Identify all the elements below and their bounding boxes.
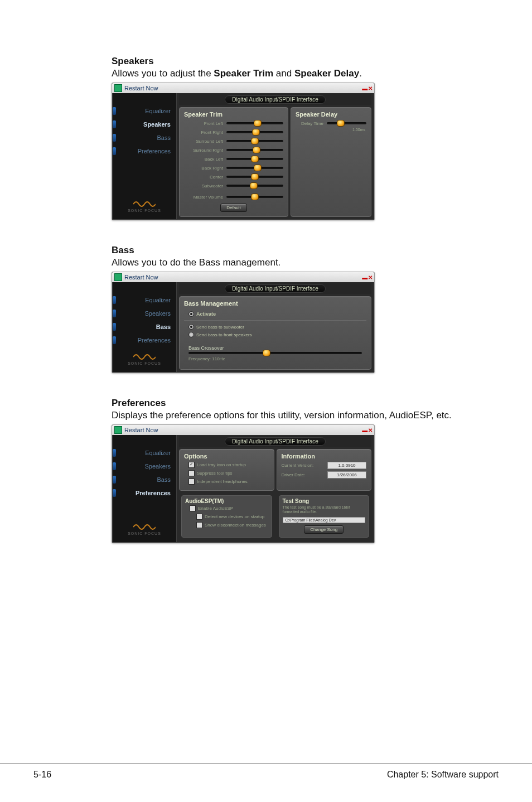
- sidebar-item-equalizer[interactable]: Equalizer: [113, 104, 176, 118]
- frequency-value: Frequency: 110Hz: [184, 355, 366, 365]
- sidebar-item-speakers[interactable]: Speakers: [113, 307, 176, 320]
- slider-delay[interactable]: [327, 122, 366, 124]
- window-titlebar: Restart Now ▬ ✕: [112, 272, 374, 282]
- desc-bold: Speaker Delay: [294, 68, 359, 79]
- slider-front-right[interactable]: [226, 131, 283, 133]
- brand-label: SONIC FOCUS: [113, 361, 176, 365]
- brand-label: SONIC FOCUS: [113, 532, 176, 535]
- interface-pill[interactable]: Digital Audio Input/SPDIF Interface: [225, 95, 326, 104]
- brand-logo: SONIC FOCUS: [113, 349, 176, 368]
- screenshot-prefs: Restart Now ▬ ✕ Equalizer Speakers Bass …: [112, 424, 375, 543]
- option-label: Enable AudioESP: [198, 506, 233, 511]
- sidebar-item-equalizer[interactable]: Equalizer: [113, 293, 176, 307]
- checkbox-tray[interactable]: [188, 462, 195, 468]
- desc-text: .: [359, 68, 362, 79]
- interface-pill[interactable]: Digital Audio Input/SPDIF Interface: [225, 284, 326, 293]
- section-desc: Displays the preference options for this…: [112, 410, 482, 421]
- panel-title: Options: [184, 453, 269, 460]
- option-label: Suppress tool tips: [197, 471, 233, 476]
- default-button[interactable]: Default: [220, 204, 246, 212]
- info-label: Current Version:: [282, 463, 314, 468]
- section-desc: Allows you to do the Bass management.: [112, 257, 482, 268]
- chapter-label: Chapter 5: Software support: [387, 770, 499, 780]
- interface-pill[interactable]: Digital Audio Input/SPDIF Interface: [225, 437, 326, 446]
- panel-title: Information: [282, 453, 367, 460]
- app-icon: [114, 273, 122, 281]
- slider-label: Back Right: [184, 166, 226, 171]
- option-label: Send bass to front speakers: [196, 332, 252, 337]
- section-heading: Bass: [112, 245, 482, 256]
- app-icon: [114, 84, 122, 92]
- slider-label: Subwoofer: [184, 183, 226, 189]
- window-title: Restart Now: [124, 274, 158, 281]
- radio-activate[interactable]: [188, 311, 194, 317]
- slider-surround-right[interactable]: [226, 149, 283, 151]
- sidebar-item-speakers[interactable]: Speakers: [113, 460, 176, 473]
- slider-label: Front Left: [184, 121, 226, 126]
- esp-title: AudioESP(TM): [185, 498, 268, 504]
- info-value: 1/26/2006: [327, 471, 366, 479]
- testsong-path[interactable]: C:\Program Files\Analog Dev: [283, 517, 366, 523]
- radio-subwoofer[interactable]: [188, 324, 194, 330]
- section-desc: Allows you to adjust the Speaker Trim an…: [112, 68, 482, 79]
- brand-logo: SONIC FOCUS: [113, 519, 176, 538]
- change-song-button[interactable]: Change Song: [304, 525, 344, 534]
- slider-surround-left[interactable]: [226, 140, 283, 142]
- panel-title: Speaker Delay: [296, 111, 366, 118]
- slider-back-right[interactable]: [226, 167, 283, 169]
- desc-bold: Speaker Trim: [214, 68, 273, 79]
- slider-label: Delay Time: [296, 121, 327, 126]
- sidebar-item-preferences[interactable]: Preferences: [113, 334, 176, 347]
- close-icon[interactable]: ▬ ✕: [362, 274, 372, 281]
- info-value: 1.0.0910: [327, 462, 366, 469]
- slider-label: Surround Right: [184, 148, 226, 153]
- brand-label: SONIC FOCUS: [113, 209, 176, 212]
- window-titlebar: Restart Now ▬ ✕: [112, 425, 374, 435]
- checkbox-esp-enable[interactable]: [190, 505, 196, 511]
- screenshot-bass: Restart Now ▬ ✕ Equalizer Speakers Bass …: [112, 272, 375, 373]
- sidebar-item-equalizer[interactable]: Equalizer: [113, 446, 176, 460]
- option-label: Show disconnection messages: [205, 523, 266, 528]
- brand-logo: SONIC FOCUS: [113, 196, 176, 215]
- sidebar-item-speakers[interactable]: Speakers: [113, 118, 176, 131]
- slider-front-left[interactable]: [226, 122, 283, 124]
- window-title: Restart Now: [124, 85, 158, 91]
- desc-text: and: [273, 68, 294, 79]
- delay-value: 1.00ms: [296, 128, 366, 132]
- option-label: Load tray icon on startup: [197, 462, 246, 467]
- checkbox-esp-detect[interactable]: [196, 514, 202, 520]
- slider-label: Center: [184, 175, 226, 180]
- activate-label: Activate: [196, 311, 216, 317]
- slider-master-volume[interactable]: [226, 196, 283, 198]
- option-label: Detect new devices on startup: [205, 514, 264, 519]
- slider-crossover[interactable]: [188, 352, 362, 354]
- option-label: Send bass to subwoofer: [196, 325, 244, 330]
- desc-text: Allows you to adjust the: [112, 68, 214, 79]
- sidebar-item-bass[interactable]: Bass: [113, 473, 176, 486]
- section-heading: Speakers: [112, 56, 482, 67]
- checkbox-tips[interactable]: [188, 470, 195, 476]
- sidebar-item-preferences[interactable]: Preferences: [113, 144, 176, 158]
- app-icon: [114, 426, 122, 434]
- page-number: 5-16: [33, 770, 51, 780]
- slider-label: Back Left: [184, 157, 226, 162]
- panel-title: Bass Management: [184, 300, 366, 307]
- screenshot-speakers: Restart Now ▬ ✕ Equalizer Speakers Bass …: [112, 83, 375, 220]
- info-label: Driver Date:: [282, 472, 306, 477]
- slider-back-left[interactable]: [226, 158, 283, 160]
- sidebar-item-bass[interactable]: Bass: [113, 131, 176, 144]
- slider-center[interactable]: [226, 176, 283, 178]
- section-heading: Preferences: [112, 398, 482, 409]
- radio-front[interactable]: [188, 332, 194, 337]
- slider-label: Front Right: [184, 130, 226, 135]
- sidebar-item-preferences[interactable]: Preferences: [113, 486, 176, 500]
- slider-subwoofer[interactable]: [226, 185, 283, 187]
- window-title: Restart Now: [124, 427, 158, 433]
- checkbox-esp-msgs[interactable]: [196, 522, 202, 528]
- option-label: Independent headphones: [197, 479, 248, 484]
- sidebar-item-bass[interactable]: Bass: [113, 320, 176, 334]
- window-titlebar: Restart Now ▬ ✕: [112, 83, 374, 93]
- close-icon[interactable]: ▬ ✕: [362, 427, 372, 433]
- close-icon[interactable]: ▬ ✕: [362, 85, 372, 91]
- checkbox-headphones[interactable]: [188, 479, 195, 485]
